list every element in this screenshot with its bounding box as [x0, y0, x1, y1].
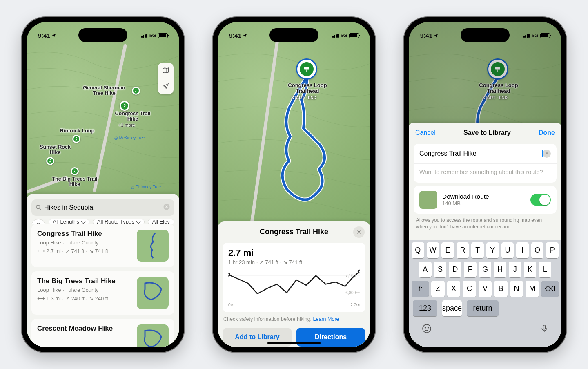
search-bar[interactable] — [31, 199, 174, 216]
route-sheet[interactable]: Congress Trail Hike 2.7 mi 1 hr 23 min ·… — [218, 221, 370, 347]
key-b[interactable]: B — [494, 281, 508, 297]
locate-me-button[interactable] — [158, 78, 174, 94]
key-k[interactable]: K — [524, 262, 537, 277]
clear-name-button[interactable] — [543, 150, 551, 158]
result-meta: ⟷ 2.7 mi · ↗ 741 ft · ↘ 741 ft — [37, 248, 132, 254]
key-r[interactable]: R — [457, 242, 469, 258]
key-m[interactable]: M — [526, 281, 539, 297]
pin-congress[interactable]: 2 — [120, 101, 129, 111]
home-indicator[interactable] — [267, 342, 321, 344]
key-q[interactable]: Q — [412, 242, 424, 258]
pin-rimrock[interactable] — [72, 135, 80, 143]
result-subtitle: Loop Hike · Tulare County — [37, 287, 132, 293]
clear-search-button[interactable] — [163, 203, 170, 212]
signal-icon — [523, 34, 530, 38]
search-input[interactable] — [44, 204, 160, 211]
svg-rect-14 — [495, 67, 500, 70]
key-emoji[interactable] — [422, 324, 432, 335]
filter-settings-button[interactable] — [31, 219, 45, 224]
key-i[interactable]: I — [516, 242, 529, 258]
pin-label-bigtrees[interactable]: The Big Trees Trail Hike — [46, 177, 103, 188]
key-c[interactable]: C — [463, 281, 476, 297]
location-services-icon — [243, 33, 247, 38]
search-sheet[interactable]: All Lengths All Route Types All Elev Con… — [27, 194, 179, 347]
pin-label-sherman[interactable]: General Sherman Tree Hike — [80, 85, 129, 97]
trailhead-pin[interactable] — [297, 60, 316, 78]
key-return[interactable]: return — [467, 300, 499, 316]
pin-sherman[interactable] — [132, 87, 140, 95]
download-thumbnail — [419, 191, 437, 209]
key-t[interactable]: T — [471, 242, 484, 258]
svg-point-12 — [228, 273, 230, 276]
key-v[interactable]: V — [479, 281, 492, 297]
key-x[interactable]: X — [447, 281, 461, 297]
download-route-row: Download Route 140 MB — [414, 186, 557, 214]
svg-rect-8 — [304, 67, 309, 70]
route-note-input[interactable]: Want to remember something about this ro… — [414, 164, 557, 183]
filter-elevation[interactable]: All Elev — [148, 219, 174, 224]
key-a[interactable]: A — [419, 262, 432, 277]
result-card[interactable]: Crescent Meadow Hike — [31, 319, 174, 347]
svg-point-0 — [136, 89, 137, 90]
key-shift[interactable]: ⇧ — [412, 281, 429, 297]
pin-label-congress[interactable]: Congress Trail Hike — [110, 111, 155, 123]
result-subtitle: Loop Hike · Tulare County — [37, 239, 132, 246]
phone-route-detail: Congress Loop Trailhead START · END 9:41… — [213, 17, 375, 352]
pin-label-sunset[interactable]: Sunset Rock Hike — [38, 145, 72, 156]
network-label: 5G — [149, 33, 156, 38]
network-label: 5G — [341, 33, 347, 38]
close-button[interactable] — [353, 226, 365, 238]
key-space[interactable]: space — [442, 300, 462, 316]
search-icon — [36, 204, 42, 210]
trailhead-sign-icon — [494, 65, 501, 73]
poi-mckinley[interactable]: McKinley Tree — [114, 136, 145, 140]
trailhead-sign-icon — [303, 65, 310, 73]
cancel-button[interactable]: Cancel — [415, 129, 436, 136]
result-card[interactable]: Congress Trail Hike Loop Hike · Tulare C… — [31, 224, 174, 267]
pin-sunset[interactable] — [46, 157, 54, 165]
key-dictation[interactable] — [540, 324, 548, 335]
pin-more: +1 more — [118, 123, 135, 127]
key-p[interactable]: P — [546, 242, 559, 258]
key-l[interactable]: L — [539, 262, 551, 277]
dynamic-island — [461, 28, 510, 42]
key-z[interactable]: Z — [431, 281, 445, 297]
key-e[interactable]: E — [441, 242, 454, 258]
hiker-icon — [134, 89, 138, 93]
trailhead-label: Congress Loop Trailhead — [281, 83, 334, 94]
save-modal: Cancel Save to Library Done Want to reme… — [409, 123, 561, 347]
done-button[interactable]: Done — [539, 129, 555, 136]
poi-chimney[interactable]: Chimney Tree — [131, 185, 161, 189]
modal-title: Save to Library — [463, 129, 511, 136]
trailhead-sublabel: START · END — [482, 96, 508, 100]
elevation-chart: 7,100FT 6,800FT — [228, 269, 360, 301]
pin-bigtrees[interactable] — [71, 167, 79, 175]
map-mode-button[interactable] — [158, 63, 174, 78]
result-card[interactable]: The Big Trees Trail Hike Loop Hike · Tul… — [31, 271, 174, 315]
filter-route-types[interactable]: All Route Types — [93, 219, 145, 224]
key-j[interactable]: J — [509, 262, 521, 277]
download-size: 140 MB — [442, 200, 526, 206]
filter-row: All Lengths All Route Types All Elev — [27, 219, 179, 224]
key-u[interactable]: U — [501, 242, 514, 258]
learn-more-link[interactable]: Learn More — [313, 316, 339, 322]
key-s[interactable]: S — [434, 262, 447, 277]
route-name-input[interactable] — [419, 150, 541, 157]
key-g[interactable]: G — [479, 262, 492, 277]
pin-label-rimrock[interactable]: Rimrock Loop — [60, 128, 94, 134]
key-numbers[interactable]: 123 — [413, 300, 437, 316]
filter-lengths[interactable]: All Lengths — [49, 219, 89, 224]
location-services-icon — [434, 33, 439, 38]
key-o[interactable]: O — [531, 242, 544, 258]
key-w[interactable]: W — [427, 242, 439, 258]
key-f[interactable]: F — [464, 262, 477, 277]
svg-point-1 — [76, 137, 77, 138]
key-h[interactable]: H — [494, 262, 506, 277]
map-icon — [162, 67, 169, 74]
download-toggle[interactable] — [530, 194, 551, 206]
key-d[interactable]: D — [449, 262, 461, 277]
key-y[interactable]: Y — [486, 242, 499, 258]
hiker-icon — [48, 159, 52, 163]
key-delete[interactable]: ⌫ — [541, 281, 559, 297]
key-n[interactable]: N — [510, 281, 523, 297]
